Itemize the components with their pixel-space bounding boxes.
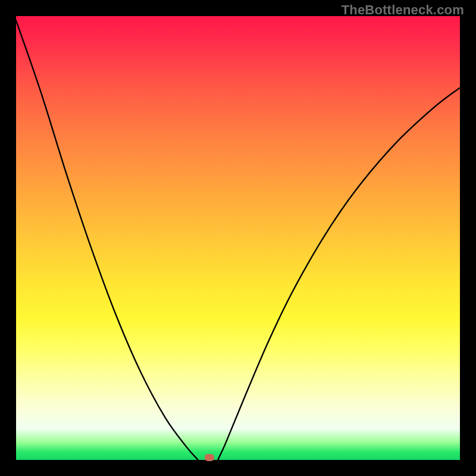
bottleneck-marker: [205, 454, 214, 461]
curve-left: [16, 20, 198, 460]
watermark-text: TheBottleneck.com: [342, 2, 464, 18]
curve-right: [218, 88, 459, 460]
chart-frame: TheBottleneck.com: [0, 0, 476, 476]
curve-svg: [16, 16, 460, 460]
